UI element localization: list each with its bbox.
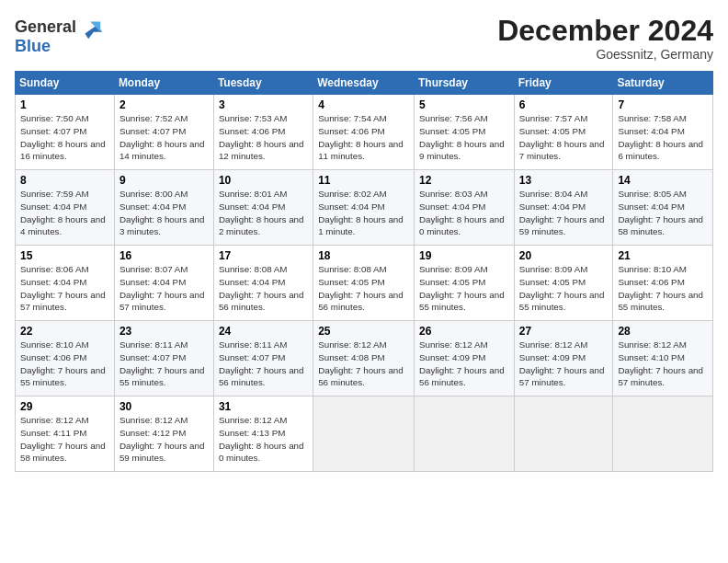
calendar-cell [313,396,415,472]
day-number: 18 [318,249,409,262]
day-info: Sunrise: 8:08 AMSunset: 4:05 PMDaylight:… [318,264,404,312]
day-info: Sunrise: 8:03 AMSunset: 4:04 PMDaylight:… [419,189,505,236]
calendar-cell: 13 Sunrise: 8:04 AMSunset: 4:04 PMDaylig… [514,170,613,246]
calendar-week-row: 29 Sunrise: 8:12 AMSunset: 4:11 PMDaylig… [16,396,713,472]
day-number: 22 [20,325,109,338]
day-info: Sunrise: 8:12 AMSunset: 4:10 PMDaylight:… [618,339,703,387]
calendar-cell: 17 Sunrise: 8:08 AMSunset: 4:04 PMDaylig… [213,246,313,321]
calendar-week-row: 8 Sunrise: 7:59 AMSunset: 4:04 PMDayligh… [16,170,713,246]
location: Goessnitz, Germany [497,47,713,62]
calendar-header-row: Sunday Monday Tuesday Wednesday Thursday… [16,72,713,95]
calendar-cell: 29 Sunrise: 8:12 AMSunset: 4:11 PMDaylig… [16,396,115,472]
day-number: 7 [618,98,708,111]
day-number: 5 [419,98,509,111]
calendar-cell: 11 Sunrise: 8:02 AMSunset: 4:04 PMDaylig… [313,170,415,246]
day-number: 12 [419,174,509,187]
day-info: Sunrise: 8:04 AMSunset: 4:04 PMDaylight:… [519,189,605,236]
month-title: December 2024 [497,15,713,47]
calendar-cell: 3 Sunrise: 7:53 AMSunset: 4:06 PMDayligh… [213,95,313,170]
col-tuesday: Tuesday [213,72,313,95]
day-info: Sunrise: 8:05 AMSunset: 4:04 PMDaylight:… [618,189,703,236]
calendar-cell: 26 Sunrise: 8:12 AMSunset: 4:09 PMDaylig… [415,321,515,396]
calendar-cell: 30 Sunrise: 8:12 AMSunset: 4:12 PMDaylig… [114,396,213,472]
calendar-cell: 5 Sunrise: 7:56 AMSunset: 4:05 PMDayligh… [415,95,515,170]
day-info: Sunrise: 8:12 AMSunset: 4:09 PMDaylight:… [419,339,505,387]
calendar-cell: 9 Sunrise: 8:00 AMSunset: 4:04 PMDayligh… [114,170,213,246]
day-info: Sunrise: 8:09 AMSunset: 4:05 PMDaylight:… [419,264,505,312]
calendar-cell: 12 Sunrise: 8:03 AMSunset: 4:04 PMDaylig… [415,170,515,246]
day-info: Sunrise: 8:01 AMSunset: 4:04 PMDaylight:… [219,189,304,236]
calendar-cell: 22 Sunrise: 8:10 AMSunset: 4:06 PMDaylig… [16,321,115,396]
calendar-cell: 14 Sunrise: 8:05 AMSunset: 4:04 PMDaylig… [613,170,713,246]
calendar-cell: 4 Sunrise: 7:54 AMSunset: 4:06 PMDayligh… [313,95,415,170]
day-info: Sunrise: 8:12 AMSunset: 4:08 PMDaylight:… [318,339,404,387]
day-number: 30 [119,400,209,413]
day-number: 28 [618,325,708,338]
day-number: 2 [119,98,209,111]
day-info: Sunrise: 8:12 AMSunset: 4:11 PMDaylight:… [20,415,106,463]
logo-icon [78,15,104,40]
day-number: 8 [20,174,109,187]
day-number: 3 [219,98,308,111]
calendar-cell: 20 Sunrise: 8:09 AMSunset: 4:05 PMDaylig… [514,246,613,321]
calendar-cell [514,396,613,472]
day-info: Sunrise: 8:08 AMSunset: 4:04 PMDaylight:… [219,264,304,312]
logo-general: General [15,17,76,36]
day-number: 14 [618,174,708,187]
day-info: Sunrise: 8:10 AMSunset: 4:06 PMDaylight:… [20,339,106,387]
calendar-cell: 8 Sunrise: 7:59 AMSunset: 4:04 PMDayligh… [16,170,115,246]
day-number: 15 [20,249,109,262]
calendar-cell: 19 Sunrise: 8:09 AMSunset: 4:05 PMDaylig… [415,246,515,321]
page-container: General Blue December 2024 Goessnitz, Ge… [0,0,728,479]
day-number: 21 [618,249,708,262]
calendar-cell: 15 Sunrise: 8:06 AMSunset: 4:04 PMDaylig… [16,246,115,321]
day-info: Sunrise: 7:58 AMSunset: 4:04 PMDaylight:… [618,113,703,161]
day-number: 29 [20,400,109,413]
day-info: Sunrise: 7:53 AMSunset: 4:06 PMDaylight:… [219,113,304,161]
day-number: 11 [318,174,409,187]
day-number: 23 [119,325,209,338]
calendar-week-row: 22 Sunrise: 8:10 AMSunset: 4:06 PMDaylig… [16,321,713,396]
calendar-cell: 1 Sunrise: 7:50 AMSunset: 4:07 PMDayligh… [16,95,115,170]
title-block: December 2024 Goessnitz, Germany [497,15,713,62]
calendar-cell [613,396,713,472]
day-info: Sunrise: 8:12 AMSunset: 4:12 PMDaylight:… [119,415,205,463]
day-info: Sunrise: 8:00 AMSunset: 4:04 PMDaylight:… [119,189,205,236]
col-friday: Friday [514,72,613,95]
calendar-cell [415,396,515,472]
calendar-table: Sunday Monday Tuesday Wednesday Thursday… [15,71,713,472]
calendar-cell: 31 Sunrise: 8:12 AMSunset: 4:13 PMDaylig… [213,396,313,472]
calendar-cell: 10 Sunrise: 8:01 AMSunset: 4:04 PMDaylig… [213,170,313,246]
calendar-cell: 16 Sunrise: 8:07 AMSunset: 4:04 PMDaylig… [114,246,213,321]
col-saturday: Saturday [613,72,713,95]
day-number: 10 [219,174,308,187]
day-info: Sunrise: 7:56 AMSunset: 4:05 PMDaylight:… [419,113,505,161]
calendar-cell: 27 Sunrise: 8:12 AMSunset: 4:09 PMDaylig… [514,321,613,396]
day-info: Sunrise: 8:10 AMSunset: 4:06 PMDaylight:… [618,264,703,312]
calendar-cell: 6 Sunrise: 7:57 AMSunset: 4:05 PMDayligh… [514,95,613,170]
day-info: Sunrise: 7:54 AMSunset: 4:06 PMDaylight:… [318,113,404,161]
day-number: 6 [519,98,609,111]
logo: General Blue [15,15,104,56]
day-number: 16 [119,249,209,262]
col-wednesday: Wednesday [313,72,415,95]
calendar-cell: 28 Sunrise: 8:12 AMSunset: 4:10 PMDaylig… [613,321,713,396]
page-header: General Blue December 2024 Goessnitz, Ge… [15,15,713,62]
calendar-week-row: 1 Sunrise: 7:50 AMSunset: 4:07 PMDayligh… [16,95,713,170]
calendar-cell: 25 Sunrise: 8:12 AMSunset: 4:08 PMDaylig… [313,321,415,396]
day-number: 4 [318,98,409,111]
day-number: 25 [318,325,409,338]
day-info: Sunrise: 8:06 AMSunset: 4:04 PMDaylight:… [20,264,106,312]
day-info: Sunrise: 7:59 AMSunset: 4:04 PMDaylight:… [20,189,106,236]
day-number: 26 [419,325,509,338]
day-number: 1 [20,98,109,111]
day-info: Sunrise: 8:09 AMSunset: 4:05 PMDaylight:… [519,264,605,312]
day-number: 24 [219,325,308,338]
day-number: 9 [119,174,209,187]
col-monday: Monday [114,72,213,95]
day-info: Sunrise: 8:12 AMSunset: 4:13 PMDaylight:… [219,415,304,463]
day-info: Sunrise: 8:07 AMSunset: 4:04 PMDaylight:… [119,264,205,312]
day-info: Sunrise: 8:11 AMSunset: 4:07 PMDaylight:… [219,339,304,387]
col-thursday: Thursday [415,72,515,95]
calendar-cell: 23 Sunrise: 8:11 AMSunset: 4:07 PMDaylig… [114,321,213,396]
